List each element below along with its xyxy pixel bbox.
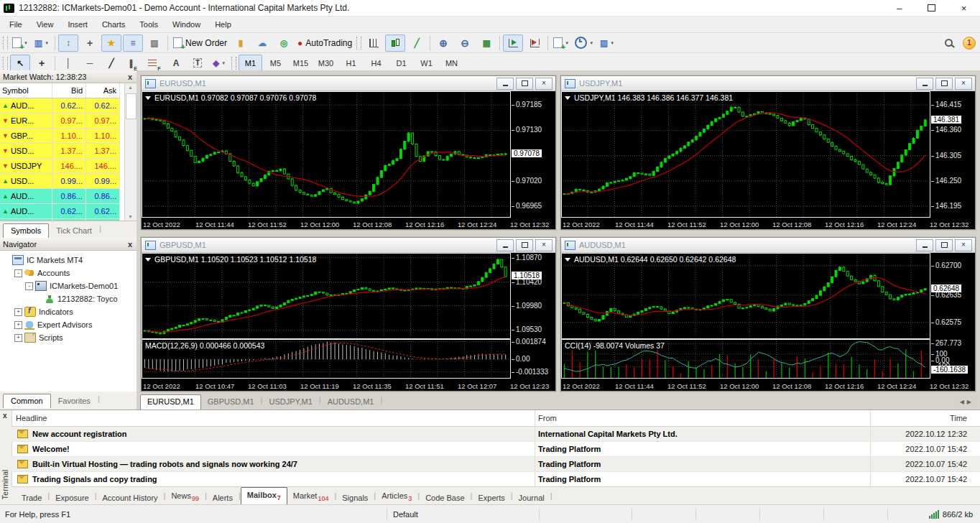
navigator-item-accounts[interactable]: -Accounts: [0, 267, 137, 279]
candlestick-chart-button[interactable]: [385, 34, 405, 52]
chart-plot-area[interactable]: USDJPY,M1 146.383 146.386 146.377 146.38…: [561, 91, 975, 229]
period-h1-button[interactable]: H1: [339, 55, 363, 72]
mailbox-row[interactable]: Trading Signals and copy tradingTrading …: [11, 472, 980, 487]
window-close-button[interactable]: ×: [948, 0, 980, 16]
tab-scroll-arrows[interactable]: ◀▶: [954, 399, 980, 409]
trendline-button[interactable]: ╱: [101, 55, 121, 72]
column-bid[interactable]: Bid: [52, 83, 86, 98]
chart-title-bar[interactable]: GBPUSD,M1×: [142, 238, 555, 253]
arrows-dropdown-icon[interactable]: ▼: [221, 61, 226, 65]
periods-button[interactable]: ▼: [573, 34, 596, 52]
market-watch-row[interactable]: ▲AUD...0.62...0.62...: [0, 204, 120, 219]
chart-plot-area[interactable]: GBPUSD,M1 1.10520 1.10523 1.10512 1.1051…: [142, 253, 555, 391]
navigator-button[interactable]: ★: [101, 34, 121, 52]
chart-plot-area[interactable]: EURUSD,M1 0.97082 0.97087 0.97076 0.9707…: [142, 91, 555, 229]
terminal-tab-journal[interactable]: Journal: [513, 491, 550, 506]
cursor-button[interactable]: ↖: [10, 55, 30, 72]
time-axis[interactable]: 12 Oct 202212 Oct 10:4712 Oct 11:0312 Oc…: [142, 380, 555, 391]
horizontal-line-button[interactable]: ─: [80, 55, 100, 72]
tree-expander-icon[interactable]: +: [14, 308, 22, 316]
menu-file[interactable]: File: [2, 18, 29, 31]
column-time[interactable]: Time: [870, 410, 980, 426]
market-watch-button[interactable]: ↕: [58, 34, 78, 52]
market-watch-row[interactable]: ▼USDJPY146....146....: [0, 159, 120, 174]
chart-tab-audusd-m1[interactable]: AUDUSD,M1: [321, 395, 381, 409]
zoom-out-button[interactable]: ⊖: [455, 34, 475, 52]
terminal-tab-experts[interactable]: Experts: [472, 491, 510, 506]
new-chart-button[interactable]: +▼: [10, 34, 30, 52]
period-m30-button[interactable]: M30: [314, 55, 338, 72]
chart-restore-button[interactable]: [516, 239, 533, 251]
chart-restore-button[interactable]: [935, 78, 953, 90]
chart-tab-gbpusd-m1[interactable]: GBPUSD,M1: [201, 395, 261, 409]
metaeditor-button[interactable]: ▮: [231, 34, 251, 52]
chart-window-eurusd[interactable]: EURUSD,M1×EURUSD,M1 0.97082 0.97087 0.97…: [141, 75, 556, 230]
search-button[interactable]: [940, 34, 961, 52]
column-symbol[interactable]: Symbol: [0, 83, 52, 98]
menu-tools[interactable]: Tools: [132, 18, 165, 31]
chart-plot-area[interactable]: AUDUSD,M1 0.62644 0.62650 0.62642 0.6264…: [561, 253, 975, 391]
time-axis[interactable]: 12 Oct 202212 Oct 11:4412 Oct 11:5212 Oc…: [561, 380, 975, 391]
line-chart-button[interactable]: ╱: [407, 34, 427, 52]
chart-restore-button[interactable]: [935, 239, 953, 251]
bar-chart-button[interactable]: [364, 34, 384, 52]
navigator-item-scripts[interactable]: +Scripts: [0, 331, 137, 344]
chart-minimize-button[interactable]: [916, 78, 933, 90]
crosshair-button[interactable]: +: [32, 55, 52, 72]
terminal-button[interactable]: ≡: [123, 34, 143, 52]
terminal-tab-news[interactable]: News99: [165, 489, 205, 506]
terminal-tab-market[interactable]: Market104: [287, 489, 335, 506]
tile-windows-button[interactable]: ▦: [476, 34, 496, 52]
mailbox-row[interactable]: New account registrationInternational Ca…: [11, 427, 980, 442]
templates-dropdown-icon[interactable]: ▼: [610, 41, 614, 45]
menu-view[interactable]: View: [29, 18, 61, 31]
notifications-badge[interactable]: 1: [963, 37, 976, 50]
price-axis[interactable]: 1.108701.104201.099801.095301.105180.001…: [511, 253, 554, 391]
chart-shift-button[interactable]: [524, 34, 545, 52]
new-order-button[interactable]: +New Order: [171, 34, 229, 52]
navigator-item-ic-markets-mt4[interactable]: IC Markets MT4: [0, 254, 137, 267]
fibonacci-button[interactable]: F: [144, 55, 165, 72]
menu-charts[interactable]: Charts: [95, 18, 132, 31]
navigator-item-indicators[interactable]: +Indicators: [0, 305, 137, 318]
terminal-close-icon[interactable]: x: [3, 412, 7, 420]
market-watch-tab-tick-chart[interactable]: Tick Chart: [49, 224, 99, 238]
market-watch-row[interactable]: ▲USD...0.99...0.99...: [0, 174, 120, 189]
chart-close-button[interactable]: ×: [955, 78, 972, 90]
equidistant-channel-button[interactable]: ∥E: [123, 55, 143, 72]
navigator-item-icmarkets-demo01[interactable]: -ICMarkets-Demo01: [0, 279, 137, 292]
price-axis[interactable]: 146.415146.360146.305146.250146.195146.3…: [930, 91, 974, 229]
time-axis[interactable]: 12 Oct 202212 Oct 11:4412 Oct 11:5212 Oc…: [561, 218, 975, 229]
price-axis[interactable]: 0.971850.971300.970200.969650.97078: [511, 91, 554, 229]
mailbox-row[interactable]: Built-in Virtual Hosting — trading robot…: [11, 457, 980, 472]
period-h4-button[interactable]: H4: [364, 55, 388, 72]
arrows-button[interactable]: ◆▼: [209, 55, 229, 72]
signals-button[interactable]: ◎: [274, 34, 294, 52]
column-headline[interactable]: Headline: [11, 414, 535, 422]
window-minimize-button[interactable]: –: [883, 0, 915, 16]
market-watch-row[interactable]: ▲AUD...0.62...0.62...: [0, 98, 120, 114]
period-d1-button[interactable]: D1: [389, 55, 413, 72]
terminal-tab-signals[interactable]: Signals: [336, 491, 374, 506]
periods-dropdown-icon[interactable]: ▼: [589, 41, 593, 45]
terminal-tab-account-history[interactable]: Account History: [97, 491, 164, 506]
period-w1-button[interactable]: W1: [415, 55, 438, 72]
chart-minimize-button[interactable]: [496, 78, 514, 90]
tree-expander-icon[interactable]: -: [14, 269, 22, 277]
market-watch-row[interactable]: ▲AUD91.70091.715: [0, 219, 120, 221]
strategy-tester-button[interactable]: ▧: [144, 34, 165, 52]
tree-expander-icon[interactable]: -: [25, 282, 33, 290]
terminal-tab-alerts[interactable]: Alerts: [207, 491, 239, 506]
chart-restore-button[interactable]: [516, 78, 533, 90]
zoom-in-button[interactable]: ⊕: [433, 34, 453, 52]
mql5-community-button[interactable]: ☁: [252, 34, 272, 52]
menu-window[interactable]: Window: [165, 18, 208, 31]
navigator-tab-common[interactable]: Common: [3, 394, 51, 408]
window-maximize-button[interactable]: [915, 0, 948, 16]
chart-minimize-button[interactable]: [496, 239, 514, 251]
navigator-close-icon[interactable]: x: [126, 240, 134, 249]
chart-title-bar[interactable]: AUDUSD,M1×: [561, 238, 975, 253]
period-m5-button[interactable]: M5: [264, 55, 287, 72]
tree-expander-icon[interactable]: +: [14, 321, 22, 329]
terminal-tab-mailbox[interactable]: Mailbox7: [241, 487, 287, 506]
